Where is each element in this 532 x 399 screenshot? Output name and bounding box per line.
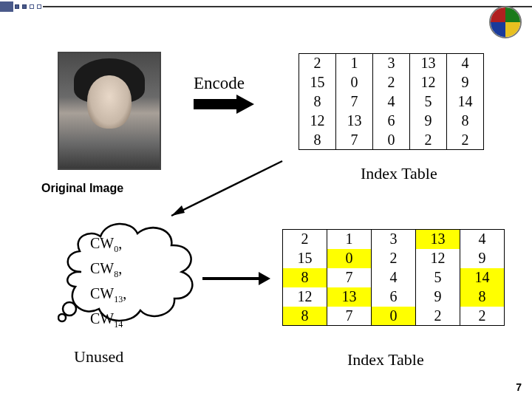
index-table-bottom: 2131341502129874514121369887022 — [282, 229, 505, 326]
codeword-item: CW0, — [90, 233, 126, 259]
index-cell: 15 — [283, 249, 327, 268]
index-cell: 2 — [410, 131, 447, 150]
index-cell: 3 — [373, 54, 410, 73]
index-cell: 1 — [327, 230, 372, 249]
logo-badge — [489, 6, 522, 38]
index-cell: 9 — [447, 73, 484, 92]
index-cell: 4 — [372, 268, 416, 287]
svg-point-3 — [58, 314, 66, 321]
index-cell: 13 — [336, 112, 373, 131]
codeword-item: CW14 — [90, 309, 126, 334]
thought-cloud-icon — [58, 216, 202, 328]
index-cell: 1 — [336, 54, 373, 73]
index-cell: 8 — [447, 112, 484, 131]
index-cell: 9 — [410, 112, 447, 131]
index-cell: 13 — [327, 287, 372, 307]
index-table-top: 2131341502129874514121369887022 — [299, 53, 484, 150]
codeword-arrow-icon — [202, 273, 270, 284]
index-cell: 2 — [447, 131, 484, 150]
index-cell: 2 — [372, 249, 416, 268]
original-image-thumbnail — [58, 52, 161, 170]
index-cell: 14 — [447, 92, 484, 112]
index-cell: 7 — [336, 131, 373, 150]
index-cell: 6 — [372, 287, 416, 307]
index-cell: 2 — [460, 307, 505, 326]
page-number: 7 — [516, 381, 522, 393]
index-table-bottom-caption: Index Table — [347, 350, 424, 369]
index-cell: 2 — [283, 230, 327, 249]
svg-point-2 — [63, 302, 76, 316]
index-cell: 0 — [336, 73, 373, 92]
index-cell: 3 — [372, 230, 416, 249]
codeword-item: CW8, — [90, 259, 126, 284]
encode-label: Encode — [194, 74, 245, 93]
index-cell: 8 — [460, 287, 505, 307]
index-cell: 13 — [416, 230, 460, 249]
index-cell: 0 — [373, 131, 410, 150]
original-image-label: Original Image — [41, 182, 123, 195]
index-cell: 0 — [327, 249, 372, 268]
index-cell: 12 — [283, 287, 327, 307]
index-table-top-caption: Index Table — [361, 164, 437, 183]
index-cell: 15 — [299, 73, 336, 92]
diagonal-arrow-icon — [160, 158, 285, 220]
svg-marker-1 — [171, 205, 185, 216]
index-cell: 2 — [373, 73, 410, 92]
codeword-item: CW13, — [90, 284, 126, 309]
index-cell: 7 — [327, 268, 372, 287]
index-cell: 2 — [416, 307, 460, 326]
index-cell: 4 — [447, 54, 484, 73]
index-cell: 13 — [410, 54, 447, 73]
unused-label: Unused — [74, 347, 123, 366]
index-cell: 12 — [410, 73, 447, 92]
index-cell: 7 — [327, 307, 372, 326]
codeword-list: CW0,CW8,CW13,CW14 — [90, 233, 126, 334]
index-cell: 12 — [416, 249, 460, 268]
svg-line-0 — [171, 161, 282, 216]
index-cell: 14 — [460, 268, 505, 287]
top-accent — [0, 0, 532, 13]
index-cell: 8 — [299, 131, 336, 150]
index-cell: 4 — [460, 230, 505, 249]
index-cell: 12 — [299, 112, 336, 131]
index-cell: 8 — [283, 307, 327, 326]
index-cell: 8 — [283, 268, 327, 287]
index-cell: 5 — [410, 92, 447, 112]
index-cell: 5 — [416, 268, 460, 287]
encode-arrow-icon — [194, 98, 254, 111]
index-cell: 4 — [373, 92, 410, 112]
index-cell: 0 — [372, 307, 416, 326]
index-cell: 9 — [416, 287, 460, 307]
index-cell: 2 — [299, 54, 336, 73]
index-cell: 6 — [373, 112, 410, 131]
index-cell: 7 — [336, 92, 373, 112]
index-cell: 8 — [299, 92, 336, 112]
index-cell: 9 — [460, 249, 505, 268]
